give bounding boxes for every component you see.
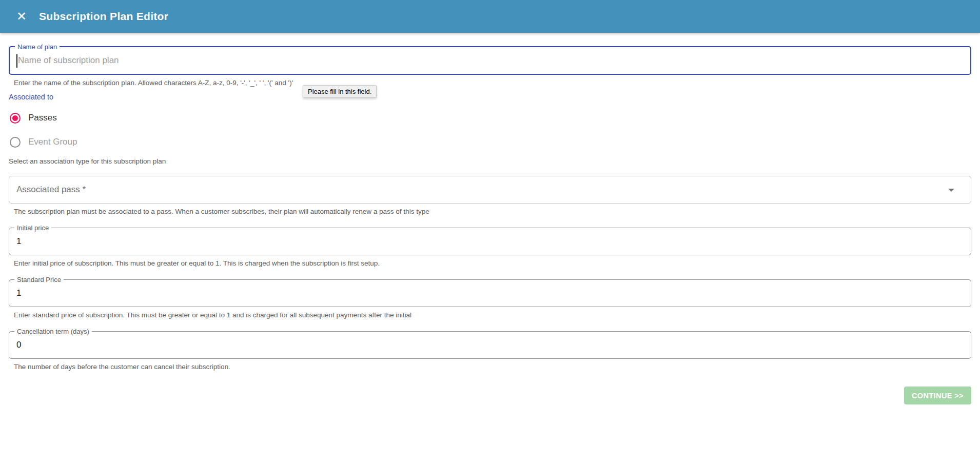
initial-price-helper-text: Enter initial price of subscription. Thi…: [14, 259, 971, 267]
cancellation-term-helper-text: The number of days before the customer c…: [14, 363, 971, 371]
radio-selected-icon: [10, 113, 21, 124]
initial-price-input[interactable]: [9, 228, 971, 255]
radio-unselected-icon: [10, 137, 21, 148]
associated-to-label: Associated to: [9, 93, 971, 101]
form-content: Name of plan Enter the name of the subsc…: [0, 33, 980, 404]
continue-button[interactable]: CONTINUE >>: [904, 387, 971, 404]
associated-pass-helper-text: The subscription plan must be associated…: [14, 208, 971, 215]
dropdown-arrow-icon: [948, 189, 954, 192]
name-of-plan-input[interactable]: [10, 47, 970, 74]
standard-price-field: Standard Price: [9, 279, 971, 307]
cancellation-term-field: Cancellation term (days): [9, 331, 971, 359]
associated-to-helper-text: Select an association type for this subs…: [9, 157, 971, 165]
text-caret: [16, 54, 17, 68]
standard-price-helper-text: Enter standard price of subscription. Th…: [14, 311, 971, 319]
initial-price-field: Initial price: [9, 228, 971, 255]
radio-passes-label: Passes: [28, 113, 57, 123]
subscription-plan-editor-dialog: ✕ Subscription Plan Editor Please fill i…: [0, 0, 980, 404]
close-icon: ✕: [16, 9, 27, 23]
radio-passes[interactable]: Passes: [9, 111, 57, 125]
close-button[interactable]: ✕: [11, 6, 32, 27]
form-actions: CONTINUE >>: [9, 387, 971, 404]
validation-tooltip: Please fill in this field.: [303, 85, 377, 98]
dialog-header: ✕ Subscription Plan Editor: [0, 0, 980, 33]
radio-event-group-label: Event Group: [28, 137, 77, 147]
name-of-plan-field: Name of plan: [9, 46, 971, 75]
standard-price-input[interactable]: [9, 280, 971, 307]
name-helper-text: Enter the name of the subscription plan.…: [14, 79, 971, 87]
radio-event-group[interactable]: Event Group: [9, 135, 77, 149]
dialog-title: Subscription Plan Editor: [39, 10, 168, 23]
associated-pass-select[interactable]: Associated pass *: [9, 176, 971, 204]
associated-pass-label: Associated pass *: [16, 185, 86, 195]
initial-price-label: Initial price: [14, 224, 51, 232]
cancellation-term-label: Cancellation term (days): [14, 328, 92, 335]
cancellation-term-input[interactable]: [9, 332, 971, 358]
name-of-plan-label: Name of plan: [15, 43, 60, 51]
standard-price-label: Standard Price: [14, 276, 64, 283]
